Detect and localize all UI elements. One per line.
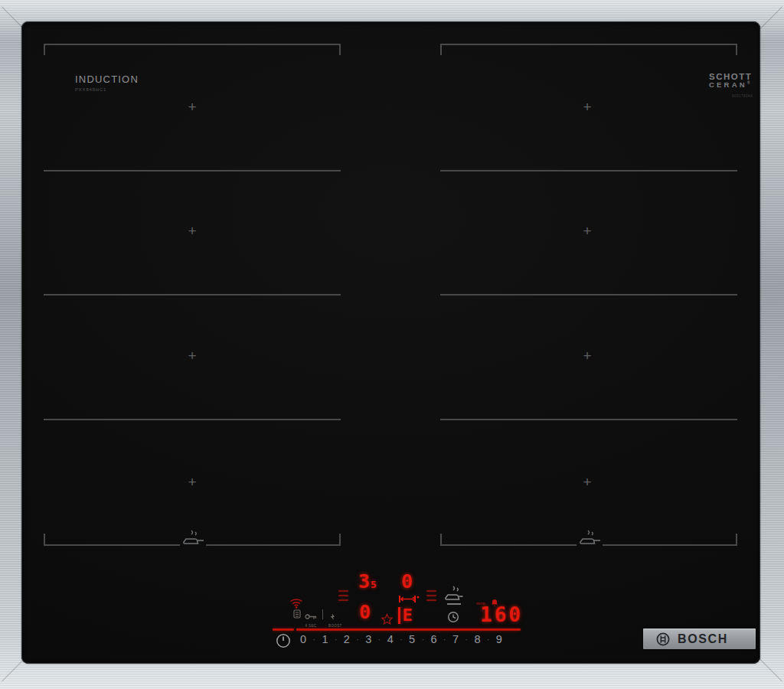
slider-dot: ·	[335, 635, 337, 644]
schott-ceran-logo: SCHOTT CERAN®	[709, 72, 756, 89]
zone-bracket-top	[440, 44, 737, 45]
zone-separator-line	[440, 294, 737, 296]
power-level-0[interactable]: 0	[300, 633, 306, 645]
power-level-display-secondary: 0	[359, 602, 371, 622]
zone-bracket-bottom	[44, 544, 180, 546]
boost-icon	[328, 613, 336, 620]
zone-display: 0	[401, 572, 413, 591]
zone-bracket-top	[44, 44, 341, 45]
flex-move-display: E	[398, 593, 420, 624]
slider-dot: ·	[443, 635, 446, 644]
induction-label: INDUCTION	[75, 73, 139, 85]
zone-bracket-stub	[44, 44, 45, 55]
slider-dot: ·	[422, 635, 424, 644]
zone-bracket-stub	[736, 44, 737, 55]
zone-plus-marker: +	[580, 349, 594, 363]
power-level-display: 3 5	[358, 572, 377, 591]
slider-dot: ·	[313, 635, 315, 644]
slider-dot: ·	[378, 635, 381, 644]
zone-plus-marker: +	[185, 100, 199, 114]
power-level-5[interactable]: 5	[409, 633, 415, 645]
frame-seam	[758, 7, 782, 31]
zone-bracket-bottom	[440, 544, 577, 546]
lock-time-label: 4 sec	[305, 624, 317, 628]
power-level-4[interactable]: 4	[387, 633, 394, 645]
timer-clock-icon[interactable]	[447, 611, 459, 623]
zone-plus-marker: +	[580, 475, 594, 489]
power-level-7[interactable]: 7	[452, 633, 459, 645]
slider-line-segment	[296, 629, 521, 631]
zone-bracket-stub	[339, 534, 341, 546]
zone-plus-marker: +	[185, 349, 199, 363]
glass-serial-code: 90017834A	[732, 94, 753, 98]
zone-bracket-bottom	[206, 544, 341, 546]
power-level-6[interactable]: 6	[431, 633, 437, 645]
zone-select-lines-icon	[426, 590, 436, 601]
favorite-star-icon[interactable]	[381, 613, 394, 625]
slider-dot: ·	[400, 635, 402, 644]
power-level-half-digit: 5	[371, 579, 377, 591]
zone-bracket-stub	[736, 534, 737, 546]
power-level-8[interactable]: 8	[474, 633, 480, 645]
power-level-1[interactable]: 1	[322, 633, 328, 645]
zone-bracket-stub	[44, 534, 45, 546]
power-level-slider[interactable]: 0 · 1 · 2 · 3 · 4 · 5 · 6 · 7 · 8 · 9	[300, 633, 502, 645]
zone-select-lines-icon	[338, 590, 348, 601]
induction-hob: + + + + + + + + INDUCTION PXX845HC1 SCHO…	[0, 0, 784, 689]
key-icon	[305, 613, 317, 620]
power-level-2[interactable]: 2	[344, 633, 350, 645]
zone-separator-line	[44, 294, 341, 296]
zone-separator-line	[44, 419, 341, 420]
child-lock-key[interactable]: 4 sec boost	[293, 609, 342, 628]
power-level-main-digit: 3	[358, 572, 370, 591]
zone-plus-marker: +	[580, 224, 594, 238]
zone-plus-marker: +	[185, 475, 199, 489]
flex-bar	[398, 607, 400, 624]
fry-sensor-zone-icon	[578, 530, 601, 547]
zone-separator-line	[440, 419, 737, 420]
slider-line-segment	[273, 629, 294, 631]
timer-display: 160	[480, 605, 523, 625]
bosch-logo-text: BOSCH	[678, 632, 728, 646]
zone-plus-marker: +	[580, 100, 594, 114]
slider-dot: ·	[356, 635, 358, 644]
frame-seam	[758, 658, 782, 682]
zone-bracket-stub	[440, 44, 442, 55]
selection-line	[447, 603, 461, 605]
zone-separator-line	[440, 170, 737, 171]
zone-bracket-stub	[339, 44, 341, 55]
zone-plus-marker: +	[185, 224, 199, 238]
zone-bracket-stub	[440, 534, 442, 546]
slider-dot: ·	[466, 635, 468, 644]
pan-transfer-arrows-icon	[398, 594, 420, 604]
flex-mode-char: E	[403, 607, 413, 624]
zone-bracket-bottom	[603, 544, 737, 546]
divider	[322, 609, 323, 619]
boost-key[interactable]: boost	[328, 609, 342, 628]
slider-dot: ·	[487, 635, 489, 644]
ceramic-glass-surface: + + + + + + + + INDUCTION PXX845HC1 SCHO…	[21, 21, 760, 664]
ceran-line: CERAN®	[709, 81, 756, 89]
fry-sensor-zone-icon	[181, 530, 204, 547]
boost-label: boost	[328, 624, 342, 628]
bosch-logo-plate: BOSCH	[643, 629, 756, 649]
keep-warm-pan-icon[interactable]	[445, 586, 463, 603]
wifi-icon[interactable]	[289, 598, 303, 609]
power-level-3[interactable]: 3	[365, 633, 371, 645]
power-button[interactable]	[275, 632, 292, 649]
bosch-symbol-icon	[655, 632, 671, 647]
zone-separator-line	[44, 170, 341, 171]
model-code: PXX845HC1	[75, 87, 106, 92]
power-level-9[interactable]: 9	[496, 633, 502, 645]
wipe-pad-icon	[293, 609, 301, 619]
registered-mark: ®	[747, 80, 753, 85]
